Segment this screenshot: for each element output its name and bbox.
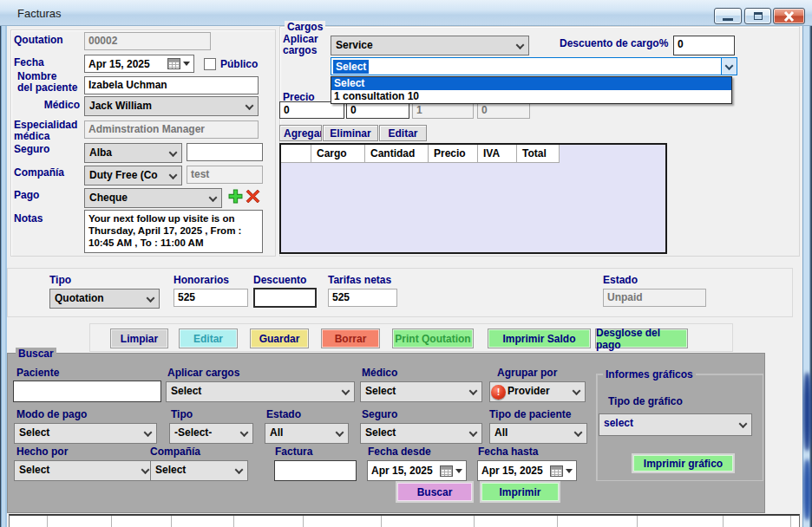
maximize-button[interactable] — [744, 8, 771, 24]
guardar-button[interactable]: Guardar — [250, 329, 309, 348]
cargo-item-combobox[interactable]: Select — [331, 57, 737, 75]
buscar-button[interactable]: Buscar — [396, 481, 474, 503]
aplicar-cargos-label: Aplicar cargos — [283, 34, 318, 56]
dropdown-option-consultation[interactable]: 1 consultation 10 — [331, 90, 731, 103]
imprimir-grafico-button[interactable]: Imprimir gráfico — [632, 453, 735, 473]
fecha-hasta-datepicker[interactable]: Apr 15, 2025 — [477, 460, 577, 481]
estado-label: Estado — [603, 275, 638, 286]
combo-dropdown-button[interactable] — [721, 58, 737, 75]
tipo-cargo-value: Service — [336, 39, 373, 51]
chevron-down-icon — [141, 465, 150, 474]
limpiar-button[interactable]: Limpiar — [110, 329, 168, 348]
compania-combobox[interactable]: Duty Free (Co — [84, 166, 182, 185]
especialidad-field[interactable]: Adminstration Manager — [84, 120, 259, 139]
print-qoutation-button[interactable]: Print Qoutation — [392, 329, 474, 348]
dropdown-arrow-icon — [566, 469, 573, 473]
compania-extra-field[interactable]: test — [187, 166, 263, 184]
nombre-paciente-field[interactable]: Izabela Uchman — [84, 76, 259, 94]
seguro-search-value: Select — [365, 426, 396, 439]
aplicar-cargos-search-combobox[interactable]: Select — [166, 381, 355, 402]
publico-checkbox[interactable] — [204, 58, 216, 70]
seguro-combobox[interactable]: Alba — [84, 143, 182, 163]
borrar-button[interactable]: Borrar — [321, 329, 380, 348]
chevron-down-icon — [147, 294, 155, 303]
compania-search-value: Select — [155, 464, 186, 476]
notas-field[interactable]: Your next follow up visite is on Thursda… — [84, 210, 263, 253]
hecho-por-combobox[interactable]: Select — [14, 460, 154, 481]
descuento-label: Descuento — [253, 275, 306, 286]
seguro-search-combobox[interactable]: Select — [360, 423, 482, 444]
factura-input[interactable] — [274, 460, 357, 481]
cargos-grid: Cargo Cantidad Precio IVA Total — [279, 143, 667, 254]
tipo-grafico-combobox[interactable]: select — [599, 413, 752, 436]
grid-header-cargo[interactable]: Cargo — [311, 145, 365, 163]
precio-field-4[interactable]: 0 — [477, 101, 530, 119]
estado-search-value: All — [270, 426, 283, 439]
tipo-paciente-label: Tipo de paciente — [489, 409, 571, 420]
seguro-label: Seguro — [14, 144, 49, 155]
publico-label: Público — [220, 59, 258, 70]
editar-item-button[interactable]: Editar — [379, 125, 427, 141]
seguro-extra-field[interactable] — [187, 143, 263, 161]
paciente-search-input[interactable] — [13, 381, 161, 402]
medico-search-value: Select — [365, 385, 396, 397]
close-button[interactable] — [773, 8, 805, 24]
precio-field-3[interactable]: 1 — [412, 101, 474, 119]
tipo-search-combobox[interactable]: -Select- — [169, 423, 253, 444]
agregar-button[interactable]: Agregar — [279, 125, 322, 141]
medico-combobox[interactable]: Jack William — [84, 96, 259, 116]
pago-combobox[interactable]: Cheque — [84, 188, 222, 208]
grid-header-precio[interactable]: Precio — [429, 145, 478, 163]
descuento-cargo-field[interactable]: 0 — [673, 36, 735, 55]
grid-header-total[interactable]: Total — [517, 145, 560, 163]
estado-search-combobox[interactable]: All — [265, 423, 349, 444]
descuento-field[interactable] — [253, 288, 317, 308]
grid-header-cantidad[interactable]: Cantidad — [365, 145, 429, 163]
honorarios-field[interactable]: 525 — [174, 289, 248, 307]
imprimir-saldo-button[interactable]: Imprimir Saldo — [488, 329, 591, 348]
medico-search-combobox[interactable]: Select — [360, 381, 482, 402]
descuento-cargo-label: Descuento de cargo% — [560, 38, 668, 49]
precio-field-2[interactable]: 0 — [346, 101, 409, 119]
add-payment-icon[interactable] — [228, 189, 243, 204]
tarifas-netas-field[interactable]: 525 — [328, 289, 397, 307]
tarifas-netas-label: Tarifas netas — [328, 275, 391, 286]
fecha-hasta-label: Fecha hasta — [478, 446, 538, 458]
calendar-icon — [167, 58, 180, 69]
dropdown-option-select[interactable]: Select — [331, 77, 731, 90]
window-title: Facturas — [17, 7, 62, 20]
cargos-group-title: Cargos — [285, 21, 325, 33]
tipo-paciente-value: All — [494, 426, 508, 439]
calendar-icon — [550, 465, 563, 477]
estado-field[interactable]: Unpaid — [603, 289, 706, 307]
chevron-down-icon — [725, 62, 734, 70]
medico-value: Jack William — [89, 100, 152, 112]
grid-header-iva[interactable]: IVA — [478, 145, 517, 163]
delete-payment-icon[interactable] — [246, 189, 260, 204]
precio-field-1[interactable]: 0 — [279, 101, 344, 119]
cargos-grid-header: Cargo Cantidad Precio IVA Total — [281, 145, 665, 163]
desglose-pago-button[interactable]: Desglose del pago — [595, 329, 688, 348]
tipo-combobox[interactable]: Quotation — [49, 289, 160, 309]
results-grid[interactable] — [9, 514, 800, 527]
qoutation-label: Qoutation — [14, 35, 63, 46]
modo-pago-combobox[interactable]: Select — [14, 423, 157, 444]
fecha-datepicker[interactable]: Apr 15, 2025 — [84, 55, 194, 73]
imprimir-button[interactable]: Imprimir — [480, 481, 560, 503]
modo-pago-label: Modo de pago — [16, 409, 87, 420]
fecha-desde-datepicker[interactable]: Apr 15, 2025 — [367, 460, 467, 481]
chevron-down-icon — [246, 101, 254, 110]
compania-search-combobox[interactable]: Select — [150, 460, 248, 481]
chevron-down-icon — [739, 420, 748, 428]
minimize-button[interactable] — [714, 8, 742, 24]
chevron-down-icon — [342, 387, 350, 395]
tipo-paciente-combobox[interactable]: All — [489, 423, 587, 444]
qoutation-field[interactable]: 00002 — [84, 32, 211, 50]
tipo-cargo-combobox[interactable]: Service — [331, 36, 529, 55]
editar-button[interactable]: Editar — [179, 329, 238, 348]
eliminar-button[interactable]: Eliminar — [323, 125, 378, 141]
aplicar-cargos-search-label: Aplicar cargos — [167, 368, 239, 379]
notas-label: Notas — [14, 213, 43, 224]
desktop-blob — [803, 459, 811, 520]
grid-column — [791, 516, 799, 527]
